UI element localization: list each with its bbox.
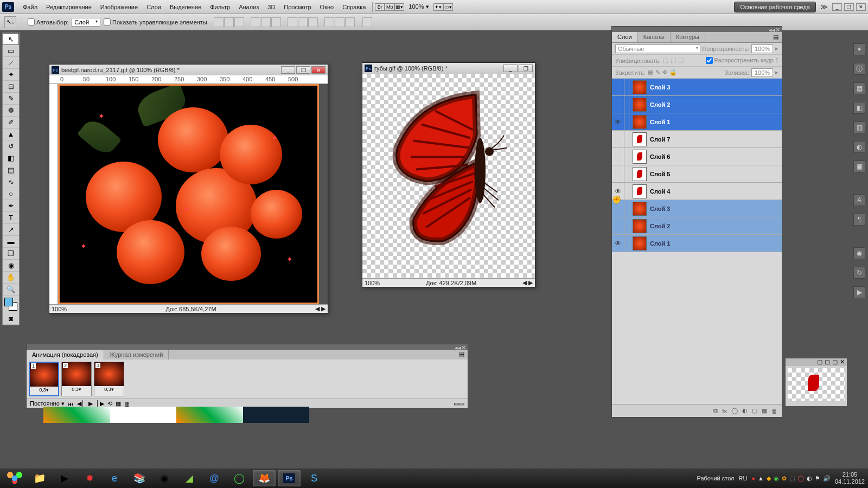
layer-thumbnail[interactable]: [633, 80, 647, 94]
layer-row[interactable]: Слой 6: [612, 148, 782, 165]
menu-3d[interactable]: 3D: [263, 2, 279, 12]
tab-animation[interactable]: Анимация (покадровая): [27, 350, 104, 359]
layers-panel[interactable]: ◂◂ ✕ Слои Каналы Контуры ▤ Обычные Непро…: [611, 26, 782, 418]
blur-tool[interactable]: ∿: [3, 176, 19, 188]
lock-icon[interactable]: ✎: [655, 69, 660, 76]
layer-row[interactable]: Слой 2: [612, 96, 782, 113]
visibility-toggle[interactable]: 👁: [612, 118, 624, 126]
rewind-button[interactable]: ⏮: [68, 401, 74, 407]
layer-thumbnail[interactable]: [633, 115, 647, 129]
panel-collapse-icon[interactable]: ◂◂: [455, 344, 461, 350]
dock-swatch-icon[interactable]: ◧: [853, 102, 865, 114]
lock-icon[interactable]: ▦: [648, 69, 653, 76]
task-ie[interactable]: e: [103, 470, 126, 486]
mask-icon[interactable]: ◯: [731, 407, 738, 414]
auto-align-btn[interactable]: [362, 17, 372, 27]
move-tool[interactable]: ↖: [3, 33, 19, 45]
lock-icon[interactable]: 🔒: [669, 69, 677, 76]
menu-window[interactable]: Окно: [316, 2, 339, 12]
path-tool[interactable]: ↗: [3, 224, 19, 236]
dist-btn[interactable]: [288, 17, 297, 27]
blend-mode-select[interactable]: Обычные: [615, 44, 700, 53]
doc-canvas[interactable]: ✦ ✦ ✦ ✦ ✦: [58, 84, 319, 304]
tray-icon[interactable]: ▲: [758, 475, 764, 482]
frame-delay[interactable]: 0,3▾: [62, 386, 91, 393]
propagate-checkbox[interactable]: Распространить кадр 1: [706, 57, 778, 64]
history-brush-tool[interactable]: ↺: [3, 140, 19, 152]
doc-minimize[interactable]: _: [281, 66, 295, 74]
doc-titlebar[interactable]: Ps bestgif.narod.ru_2117.gif @ 100% (RGB…: [49, 65, 328, 75]
dist-btn[interactable]: [308, 17, 318, 27]
animation-frame[interactable]: 30,3▾: [94, 362, 124, 396]
tray-icon[interactable]: ◐: [807, 475, 812, 482]
dock-color-icon[interactable]: ▦: [853, 82, 865, 94]
minimize-button[interactable]: _: [832, 3, 842, 11]
dock-nav-icon[interactable]: ◉: [853, 247, 865, 259]
color-swatch[interactable]: [4, 298, 17, 311]
show-controls-checkbox[interactable]: Показать управляющие элементы: [104, 18, 207, 25]
expand-icon[interactable]: ≫: [820, 3, 828, 11]
doc-restore[interactable]: ❐: [519, 65, 533, 72]
layer-thumbnail[interactable]: [633, 202, 647, 216]
tray-volume-icon[interactable]: 🔊: [823, 475, 831, 482]
workspace-switcher[interactable]: Основная рабочая среда: [734, 2, 816, 12]
dist-btn[interactable]: [298, 17, 308, 27]
doc-close[interactable]: ✕: [311, 66, 326, 74]
frame-delay[interactable]: 0,3▾: [30, 387, 58, 393]
view-extras-icon[interactable]: ▦▾: [394, 3, 404, 11]
tray-icon[interactable]: ⚑: [815, 475, 820, 482]
menu-select[interactable]: Выделение: [165, 2, 206, 12]
pen-tool[interactable]: ✒: [3, 200, 19, 212]
doc-restore[interactable]: ❐: [296, 66, 310, 74]
clock[interactable]: 21:0504.11.2012: [835, 471, 865, 485]
panel-collapse-icon[interactable]: ◂◂: [769, 27, 775, 32]
layer-thumbnail[interactable]: [633, 150, 647, 164]
task-mail[interactable]: @: [203, 470, 226, 486]
align-btn[interactable]: [261, 17, 271, 27]
animation-frame[interactable]: 20,3▾: [61, 362, 92, 396]
3d-tool[interactable]: ❒: [3, 248, 19, 260]
panel-menu-icon[interactable]: ▤: [456, 350, 468, 359]
nav-btn[interactable]: ▢: [817, 358, 822, 366]
screen-mode-icon[interactable]: ▭▾: [443, 3, 453, 11]
dock-adjust-icon[interactable]: ◐: [853, 141, 865, 153]
lock-icon[interactable]: ✥: [662, 69, 667, 76]
hand-doc-icon[interactable]: ✦▾: [433, 3, 443, 11]
document-window-roses[interactable]: Ps bestgif.narod.ru_2117.gif @ 100% (RGB…: [49, 64, 328, 313]
shape-tool[interactable]: ▬: [3, 236, 19, 248]
layer-row[interactable]: Слой 7: [612, 131, 782, 148]
new-layer-icon[interactable]: ▦: [762, 407, 767, 414]
hand-tool[interactable]: ✋: [3, 272, 19, 284]
align-btn[interactable]: [271, 17, 281, 27]
dist-btn[interactable]: [345, 17, 355, 27]
nav-btn[interactable]: ✕: [840, 358, 845, 366]
navigator-panel[interactable]: ▢▢▢✕: [785, 358, 847, 407]
dock-mask-icon[interactable]: ▣: [853, 160, 865, 172]
start-button[interactable]: [3, 470, 26, 486]
align-btn[interactable]: [224, 17, 234, 27]
crop-tool[interactable]: ⊡: [3, 81, 19, 93]
dock-actions-icon[interactable]: ▶: [853, 286, 865, 298]
bridge-icon[interactable]: Br: [375, 3, 385, 11]
nav-btn[interactable]: ▢: [832, 358, 838, 366]
show-desktop[interactable]: Рабочий стол: [697, 475, 734, 481]
lang-indicator[interactable]: RU: [739, 475, 748, 481]
brush-tool[interactable]: ✐: [3, 117, 19, 129]
task-wmp[interactable]: ▶: [53, 470, 76, 486]
gradient-tool[interactable]: ▤: [3, 164, 19, 176]
animation-panel[interactable]: ◂◂ ✕ Анимация (покадровая) Журнал измере…: [26, 344, 468, 409]
doc-canvas[interactable]: [362, 74, 535, 278]
adjustment-icon[interactable]: ◐: [742, 407, 748, 414]
panel-menu-icon[interactable]: ▤: [770, 32, 782, 42]
close-button[interactable]: ✕: [856, 3, 866, 11]
layer-row[interactable]: 👁Слой 1: [612, 235, 782, 252]
fx-icon[interactable]: fx: [722, 408, 727, 414]
nav-btn[interactable]: ▢: [825, 358, 830, 366]
menu-filter[interactable]: Фильтр: [206, 2, 234, 12]
task-torrent[interactable]: ◯: [228, 470, 251, 486]
tab-paths[interactable]: Контуры: [671, 32, 705, 42]
doc-titlebar[interactable]: Ps губы.gif @ 100% (RGB/8) * _ ❐: [362, 63, 535, 74]
menu-layers[interactable]: Слои: [142, 2, 165, 12]
dock-info-icon[interactable]: ⓘ: [853, 63, 865, 75]
tray-icon[interactable]: ●: [751, 475, 755, 482]
